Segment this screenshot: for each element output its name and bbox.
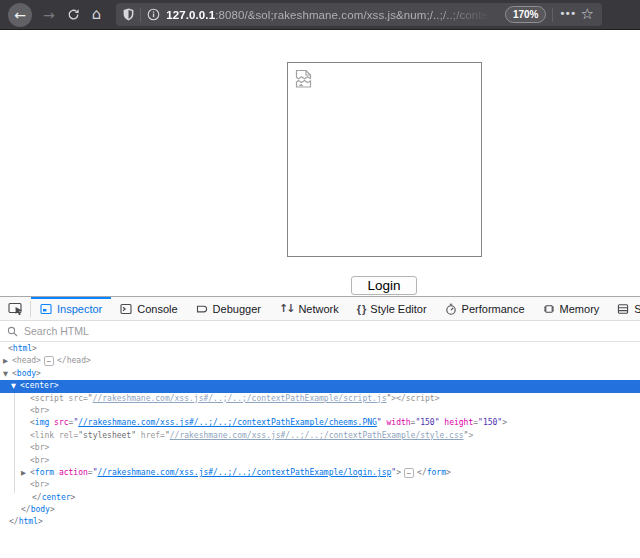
tab-inspector[interactable]: Inspector [31,297,111,320]
expander-open-icon[interactable]: ▼ [3,368,8,380]
url-host: 127.0.0.1 [166,9,215,21]
markup-row[interactable]: <img src="//rakeshmane.com/xss.js#/..;/.… [0,417,640,429]
markup-row[interactable]: <br> [0,405,640,417]
markup-token: </ [57,356,67,365]
markup-token: //rakeshmane.com/xss.js#/..;/..;/context… [170,431,464,440]
markup-token: > [36,356,41,365]
tab-network[interactable]: ↑↓ Network [270,297,348,320]
tab-storage[interactable]: Storage [608,297,640,320]
markup-row[interactable]: <html> [0,343,640,355]
markup-token: href [141,431,160,440]
site-info-icon[interactable] [147,8,160,21]
markup-token: > [32,344,37,353]
urlbar-divider [140,8,141,22]
broken-image[interactable] [287,62,482,257]
url-text[interactable]: 127.0.0.1:8080/&sol;rakeshmane.com/xss.j… [166,9,501,21]
markup-token: </ [21,505,31,514]
markup-token: html [19,517,38,526]
tab-label: Console [137,303,177,315]
markup-token: //rakeshmane.com/xss.js#/..;/..;/context… [78,418,377,427]
page-actions-button[interactable]: ••• [560,7,576,19]
markup-row[interactable]: </html> [0,516,640,528]
expander-open-icon[interactable]: ▼ [11,380,16,392]
more-actions-icon: ••• [560,7,576,19]
pick-element-icon [8,302,24,316]
markup-token: </ [32,493,42,502]
markup-row[interactable]: ▶<form action="//rakeshmane.com/xss.js#/… [0,467,640,479]
markup-token: src [69,394,83,403]
devtools-tabbar: Inspector Console Debugger ↑↓ Network { … [0,297,640,321]
markup-token: > [54,381,59,390]
devtools-panel: Inspector Console Debugger ↑↓ Network { … [0,296,640,558]
markup-token: > [44,406,49,415]
markup-token: link [35,431,54,440]
console-icon [120,303,132,315]
markup-token: img [35,418,49,427]
ellipsis-badge[interactable]: … [404,468,414,478]
markup-token: head [67,356,86,365]
markup-token: > [71,493,76,502]
markup-token: > [44,480,49,489]
markup-token: "stylesheet" [78,431,136,440]
zoom-level-badge[interactable]: 170% [505,6,547,23]
markup-row[interactable]: <link rel="stylesheet" href="//rakeshman… [0,430,640,442]
url-bar[interactable]: 127.0.0.1:8080/&sol;rakeshmane.com/xss.j… [116,3,602,26]
markup-token: center [42,493,71,502]
pick-element-button[interactable] [0,297,30,320]
markup-token: > [446,468,451,477]
tab-debugger[interactable]: Debugger [187,297,270,320]
markup-row[interactable]: </body> [0,504,640,516]
home-button[interactable]: ⌂ [92,7,102,22]
markup-row[interactable]: <br> [0,442,640,454]
markup-token: > [435,394,440,403]
tab-performance[interactable]: Performance [436,297,534,320]
markup-row[interactable]: <br> [0,479,640,491]
urlbar-divider-2 [552,8,553,22]
memory-chip-icon [543,303,555,315]
markup-row[interactable]: </center> [0,492,640,504]
back-button[interactable]: ← [8,3,32,27]
markup-row[interactable]: <br> [0,455,640,467]
tab-label: Style Editor [370,303,426,315]
markup-token: head [17,356,36,365]
bookmark-button[interactable]: ☆ [581,5,594,23]
markup-token: ></ [391,394,405,403]
markup-tree: <html>▶<head>…</head>▼<body>▼<center><sc… [0,342,640,529]
markup-token: rel [59,431,73,440]
search-html-input[interactable]: Search HTML [0,321,640,342]
markup-token: > [396,468,401,477]
login-button-label: Login [367,278,400,293]
expander-closed-icon[interactable]: ▶ [3,355,8,367]
search-placeholder: Search HTML [24,325,89,337]
markup-token: > [44,443,49,452]
markup-row[interactable]: <script src="//rakeshmane.com/xss.js#/..… [0,393,640,405]
markup-token: > [468,431,473,440]
markup-row[interactable]: ▶<head>…</head> [0,355,640,367]
markup-token: form [35,468,54,477]
login-button[interactable]: Login [351,276,417,295]
markup-token: width [387,418,411,427]
tab-label: Debugger [213,303,261,315]
storage-drawer-icon [617,303,629,315]
tab-style-editor[interactable]: { } Style Editor [348,297,436,320]
markup-row[interactable]: ▼<body> [0,368,640,380]
tab-console[interactable]: Console [111,297,186,320]
tracking-protection-shield-icon[interactable] [123,8,134,21]
url-path: :8080/&sol;rakeshmane.com/xss.js&num;/..… [215,9,488,21]
back-arrow-icon: ← [14,7,26,23]
browser-toolbar: ← → ⌂ 127.0.0.1:8080/&sol;rakeshmane.com… [0,0,640,30]
reload-button[interactable] [67,8,80,21]
forward-button[interactable]: → [43,7,55,23]
tab-label: Inspector [57,303,102,315]
markup-token: body [17,369,36,378]
expander-closed-icon[interactable]: ▶ [21,467,26,479]
markup-token: action [59,468,88,477]
markup-token: height [444,418,473,427]
page-viewport: Login [0,31,640,296]
markup-token: "150" [478,418,502,427]
ellipsis-badge[interactable]: … [44,356,54,366]
markup-row[interactable]: ▼<center> [0,380,640,392]
markup-token: > [36,369,41,378]
tab-memory[interactable]: Memory [534,297,609,320]
markup-token: script [35,394,64,403]
